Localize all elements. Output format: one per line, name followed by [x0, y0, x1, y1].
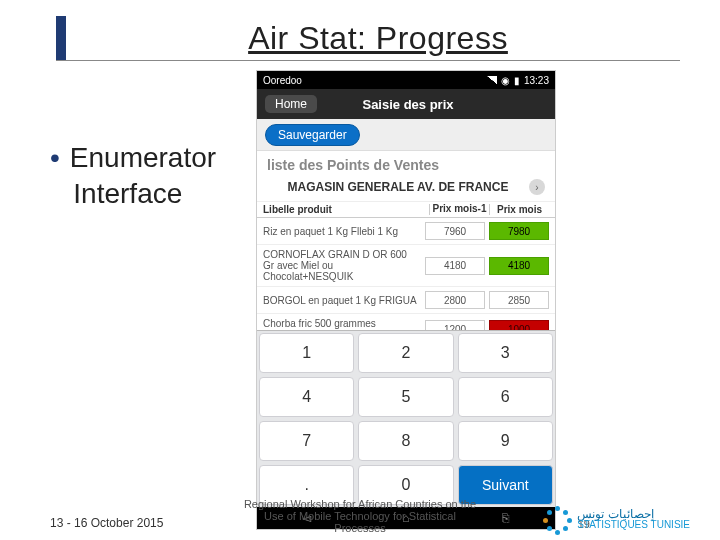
- price-prev-cell: 7960: [425, 222, 485, 240]
- price-curr-cell[interactable]: 7980: [489, 222, 549, 240]
- key-7[interactable]: 7: [259, 421, 354, 461]
- table-row[interactable]: CORNOFLAX GRAIN D OR 600 Gr avec Miel ou…: [257, 245, 555, 287]
- status-time: 13:23: [524, 75, 549, 86]
- keypad-row: 456: [257, 375, 555, 419]
- list-section-title: liste des Points de Ventes: [257, 151, 555, 175]
- title-underline: [56, 60, 680, 61]
- key-5[interactable]: 5: [358, 377, 453, 417]
- keypad-row: 789: [257, 419, 555, 463]
- shop-name: MAGASIN GENERALE AV. DE FRANCE: [267, 180, 529, 194]
- status-operator: Ooredoo: [263, 75, 302, 86]
- title-accent-bar: [56, 16, 66, 60]
- logo-mark-icon: [545, 506, 571, 532]
- price-prev-cell: 4180: [425, 257, 485, 275]
- product-label: BORGOL en paquet 1 Kg FRIGUA: [263, 295, 421, 306]
- price-curr-cell[interactable]: 2850: [489, 291, 549, 309]
- table-row[interactable]: Riz en paquet 1 Kg Fllebi 1 Kg79607980: [257, 218, 555, 245]
- chevron-right-icon: ›: [529, 179, 545, 195]
- key-3[interactable]: 3: [458, 333, 553, 373]
- bullet-text-line2: Interface: [73, 178, 182, 209]
- col-label: Libelle produit: [263, 204, 429, 215]
- col-curr: Prix mois: [489, 204, 549, 215]
- product-label: CORNOFLAX GRAIN D OR 600 Gr avec Miel ou…: [263, 249, 421, 282]
- table-header: Libelle produit Prix mois-1 Prix mois: [257, 202, 555, 218]
- home-button[interactable]: Home: [265, 95, 317, 113]
- app-title: Saisie des prix: [362, 97, 453, 112]
- toolbar: Sauvegarder: [257, 119, 555, 151]
- save-button[interactable]: Sauvegarder: [265, 124, 360, 146]
- footer-line3: Processes: [334, 522, 385, 534]
- status-right: ◉ ▮ 13:23: [487, 75, 549, 86]
- key-1[interactable]: 1: [259, 333, 354, 373]
- numeric-keypad: 123 456 789 . 0 Suivant: [257, 330, 555, 507]
- key-8[interactable]: 8: [358, 421, 453, 461]
- shop-row[interactable]: MAGASIN GENERALE AV. DE FRANCE ›: [257, 175, 555, 202]
- status-bar: Ooredoo ◉ ▮ 13:23: [257, 71, 555, 89]
- app-bar: Home Saisie des prix: [257, 89, 555, 119]
- slide-title: Air Stat: Progress: [76, 20, 680, 57]
- price-prev-cell: 2800: [425, 291, 485, 309]
- logo-fr: STATISTIQUES TUNISIE: [577, 520, 690, 530]
- table-row[interactable]: BORGOL en paquet 1 Kg FRIGUA28002850: [257, 287, 555, 314]
- battery-icon: ▮: [514, 75, 520, 86]
- wifi-icon: ◉: [501, 75, 510, 86]
- title-row: Air Stat: Progress: [56, 14, 680, 62]
- bullet-item: •Enumerator Interface: [50, 140, 216, 213]
- phone-screenshot: Ooredoo ◉ ▮ 13:23 Home Saisie des prix S…: [256, 70, 556, 530]
- bullet-text-line1: Enumerator: [70, 142, 216, 173]
- key-9[interactable]: 9: [458, 421, 553, 461]
- footer-line2: Use of Mobile Technology for Statistical: [264, 510, 456, 522]
- price-curr-cell[interactable]: 4180: [489, 257, 549, 275]
- logo-stats-tunisie: إحصائيات تونس STATISTIQUES TUNISIE: [545, 506, 690, 532]
- bullet-dot-icon: •: [50, 142, 60, 173]
- logo-text: إحصائيات تونس STATISTIQUES TUNISIE: [577, 508, 690, 530]
- signal-icon: [487, 76, 497, 84]
- keypad-row: 123: [257, 331, 555, 375]
- col-prev: Prix mois-1: [429, 204, 489, 215]
- product-label: Riz en paquet 1 Kg Fllebi 1 Kg: [263, 226, 421, 237]
- footer-line1: Regional Workshop for African Countries …: [244, 498, 476, 510]
- slide: Air Stat: Progress •Enumerator Interface…: [0, 0, 720, 540]
- key-6[interactable]: 6: [458, 377, 553, 417]
- key-2[interactable]: 2: [358, 333, 453, 373]
- key-4[interactable]: 4: [259, 377, 354, 417]
